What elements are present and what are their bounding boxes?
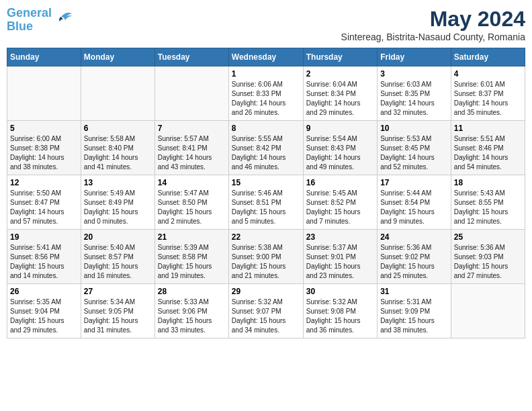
day-info: Sunrise: 5:31 AM Sunset: 9:09 PM Dayligh… [380,298,448,335]
day-number: 31 [380,287,448,296]
calendar-cell: 3Sunrise: 6:03 AM Sunset: 8:35 PM Daylig… [378,66,451,121]
weekday-header-sunday: Sunday [7,48,81,66]
day-number: 23 [306,232,374,242]
calendar-cell: 26Sunrise: 5:35 AM Sunset: 9:04 PM Dayli… [7,284,81,338]
calendar-cell: 17Sunrise: 5:44 AM Sunset: 8:54 PM Dayli… [378,175,451,230]
day-info: Sunrise: 5:57 AM Sunset: 8:41 PM Dayligh… [158,134,226,172]
day-number: 6 [84,124,152,133]
calendar-table: SundayMondayTuesdayWednesdayThursdayFrid… [7,48,525,338]
weekday-header-thursday: Thursday [303,48,377,66]
day-number: 17 [380,178,448,187]
day-number: 5 [10,124,78,133]
day-info: Sunrise: 5:33 AM Sunset: 9:06 PM Dayligh… [158,298,226,335]
day-info: Sunrise: 5:32 AM Sunset: 9:07 PM Dayligh… [232,298,300,335]
week-row-3: 12Sunrise: 5:50 AM Sunset: 8:47 PM Dayli… [7,175,525,230]
calendar-cell: 23Sunrise: 5:37 AM Sunset: 9:01 PM Dayli… [303,230,377,284]
day-info: Sunrise: 5:32 AM Sunset: 9:08 PM Dayligh… [306,298,374,335]
week-row-2: 5Sunrise: 6:00 AM Sunset: 8:38 PM Daylig… [7,121,525,175]
calendar-cell [81,66,154,121]
calendar-cell: 8Sunrise: 5:55 AM Sunset: 8:42 PM Daylig… [228,121,303,175]
weekday-header-row: SundayMondayTuesdayWednesdayThursdayFrid… [7,48,525,66]
month-title: May 2024 [341,7,525,32]
day-number: 13 [84,178,152,187]
calendar-cell: 31Sunrise: 5:31 AM Sunset: 9:09 PM Dayli… [378,284,451,338]
day-info: Sunrise: 5:45 AM Sunset: 8:52 PM Dayligh… [306,189,374,226]
day-info: Sunrise: 6:03 AM Sunset: 8:35 PM Dayligh… [380,80,448,118]
calendar-cell: 14Sunrise: 5:47 AM Sunset: 8:50 PM Dayli… [154,175,228,230]
calendar-cell: 28Sunrise: 5:33 AM Sunset: 9:06 PM Dayli… [154,284,228,338]
calendar-cell: 12Sunrise: 5:50 AM Sunset: 8:47 PM Dayli… [7,175,81,230]
calendar-cell: 24Sunrise: 5:36 AM Sunset: 9:02 PM Dayli… [378,230,451,284]
calendar-cell: 16Sunrise: 5:45 AM Sunset: 8:52 PM Dayli… [303,175,377,230]
day-info: Sunrise: 5:43 AM Sunset: 8:55 PM Dayligh… [454,189,522,226]
day-info: Sunrise: 5:55 AM Sunset: 8:42 PM Dayligh… [232,134,300,172]
day-number: 11 [454,124,522,133]
calendar-cell: 7Sunrise: 5:57 AM Sunset: 8:41 PM Daylig… [154,121,228,175]
page-header: General Blue May 2024 Sintereag, Bistrit… [7,7,525,42]
calendar-cell [451,284,525,338]
day-number: 7 [158,124,226,133]
weekday-header-friday: Friday [378,48,451,66]
logo-bird-icon [53,11,73,28]
day-number: 9 [306,124,374,133]
day-info: Sunrise: 6:06 AM Sunset: 8:33 PM Dayligh… [232,80,300,118]
day-number: 15 [232,178,300,187]
day-info: Sunrise: 5:36 AM Sunset: 9:02 PM Dayligh… [380,243,448,281]
day-info: Sunrise: 5:54 AM Sunset: 8:43 PM Dayligh… [306,134,374,172]
day-number: 16 [306,178,374,187]
calendar-cell: 10Sunrise: 5:53 AM Sunset: 8:45 PM Dayli… [378,121,451,175]
day-info: Sunrise: 5:37 AM Sunset: 9:01 PM Dayligh… [306,243,374,281]
calendar-cell: 11Sunrise: 5:51 AM Sunset: 8:46 PM Dayli… [451,121,525,175]
day-info: Sunrise: 5:35 AM Sunset: 9:04 PM Dayligh… [10,298,78,335]
day-number: 3 [380,69,448,79]
calendar-cell: 25Sunrise: 5:36 AM Sunset: 9:03 PM Dayli… [451,230,525,284]
day-info: Sunrise: 5:46 AM Sunset: 8:51 PM Dayligh… [232,189,300,226]
calendar-cell: 27Sunrise: 5:34 AM Sunset: 9:05 PM Dayli… [81,284,154,338]
day-info: Sunrise: 5:51 AM Sunset: 8:46 PM Dayligh… [454,134,522,172]
weekday-header-saturday: Saturday [451,48,525,66]
calendar-cell: 13Sunrise: 5:49 AM Sunset: 8:49 PM Dayli… [81,175,154,230]
calendar-cell: 4Sunrise: 6:01 AM Sunset: 8:37 PM Daylig… [451,66,525,121]
day-number: 20 [84,232,152,242]
day-info: Sunrise: 6:01 AM Sunset: 8:37 PM Dayligh… [454,80,522,118]
day-number: 21 [158,232,226,242]
day-info: Sunrise: 5:47 AM Sunset: 8:50 PM Dayligh… [158,189,226,226]
calendar-cell: 30Sunrise: 5:32 AM Sunset: 9:08 PM Dayli… [303,284,377,338]
day-number: 2 [306,69,374,79]
day-number: 24 [380,232,448,242]
calendar-cell: 20Sunrise: 5:40 AM Sunset: 8:57 PM Dayli… [81,230,154,284]
day-info: Sunrise: 6:00 AM Sunset: 8:38 PM Dayligh… [10,134,78,172]
calendar-cell: 18Sunrise: 5:43 AM Sunset: 8:55 PM Dayli… [451,175,525,230]
day-number: 25 [454,232,522,242]
day-number: 28 [158,287,226,296]
day-number: 26 [10,287,78,296]
day-info: Sunrise: 5:44 AM Sunset: 8:54 PM Dayligh… [380,189,448,226]
day-number: 30 [306,287,374,296]
calendar-cell [154,66,228,121]
day-info: Sunrise: 5:36 AM Sunset: 9:03 PM Dayligh… [454,243,522,281]
day-number: 22 [232,232,300,242]
calendar-cell: 19Sunrise: 5:41 AM Sunset: 8:56 PM Dayli… [7,230,81,284]
title-block: May 2024 Sintereag, Bistrita-Nasaud Coun… [341,7,525,42]
calendar-cell: 21Sunrise: 5:39 AM Sunset: 8:58 PM Dayli… [154,230,228,284]
weekday-header-monday: Monday [81,48,154,66]
calendar-cell: 15Sunrise: 5:46 AM Sunset: 8:51 PM Dayli… [228,175,303,230]
day-info: Sunrise: 5:49 AM Sunset: 8:49 PM Dayligh… [84,189,152,226]
day-number: 10 [380,124,448,133]
day-info: Sunrise: 5:41 AM Sunset: 8:56 PM Dayligh… [10,243,78,281]
calendar-cell [7,66,81,121]
calendar-cell: 5Sunrise: 6:00 AM Sunset: 8:38 PM Daylig… [7,121,81,175]
week-row-4: 19Sunrise: 5:41 AM Sunset: 8:56 PM Dayli… [7,230,525,284]
calendar-cell: 9Sunrise: 5:54 AM Sunset: 8:43 PM Daylig… [303,121,377,175]
day-info: Sunrise: 5:39 AM Sunset: 8:58 PM Dayligh… [158,243,226,281]
calendar-cell: 1Sunrise: 6:06 AM Sunset: 8:33 PM Daylig… [228,66,303,121]
day-number: 8 [232,124,300,133]
day-info: Sunrise: 6:04 AM Sunset: 8:34 PM Dayligh… [306,80,374,118]
logo-text: General Blue [7,7,52,34]
day-info: Sunrise: 5:40 AM Sunset: 8:57 PM Dayligh… [84,243,152,281]
day-number: 27 [84,287,152,296]
day-number: 18 [454,178,522,187]
day-number: 4 [454,69,522,79]
day-info: Sunrise: 5:34 AM Sunset: 9:05 PM Dayligh… [84,298,152,335]
day-info: Sunrise: 5:38 AM Sunset: 9:00 PM Dayligh… [232,243,300,281]
